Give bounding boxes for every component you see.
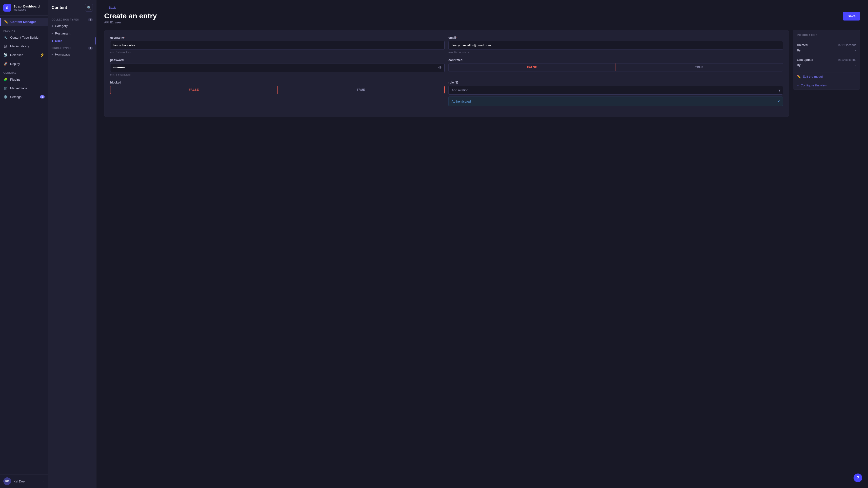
email-required-star: *: [457, 36, 458, 39]
edit-model-button[interactable]: ✏️ Edit the model: [793, 72, 860, 81]
page-header: Create an entry API ID: user Save: [104, 12, 860, 24]
collection-item-user[interactable]: User: [48, 37, 96, 45]
single-types-count: 1: [88, 47, 93, 50]
content-manager-icon: ✏️: [4, 20, 8, 24]
last-update-by-value: -: [855, 63, 856, 67]
main-area: ← Back Create an entry API ID: user Save…: [96, 0, 868, 488]
single-types-label: Single Types: [52, 47, 71, 50]
sidebar-item-media-library[interactable]: 🖼 Media Library: [0, 42, 48, 51]
collection-item-category[interactable]: Category: [48, 22, 96, 30]
sidebar-nav: ✏️ Content Manager Plugins 🔧 Content-Typ…: [0, 16, 48, 474]
blocked-group: blocked FALSE TRUE: [110, 81, 444, 106]
help-button[interactable]: ?: [854, 473, 862, 482]
marketplace-icon: 🛒: [3, 86, 8, 90]
single-types-header: Single Types 1: [48, 45, 96, 51]
collection-item-restaurant-wrapper: Restaurant: [48, 30, 96, 37]
info-card-header: Information: [793, 30, 860, 40]
configure-view-icon: ≡: [797, 84, 799, 87]
created-value: in 19 seconds: [838, 44, 856, 47]
form-layout: username* min. 3 characters email* min. …: [104, 30, 860, 117]
form-row-blocked-role: blocked FALSE TRUE role (1) Add relation: [110, 81, 783, 106]
app-name-block: Strapi Dashboard Workplace: [13, 5, 39, 11]
homepage-dot: [52, 54, 53, 55]
releases-badge: ⚡: [40, 53, 44, 57]
settings-icon: ⚙️: [3, 95, 8, 99]
page-title-block: Create an entry API ID: user: [104, 12, 157, 24]
email-hint: min. 6 characters: [448, 51, 783, 54]
authenticated-tag-label: Authenticated: [452, 100, 471, 103]
sidebar-item-releases[interactable]: 📡 Releases ⚡: [0, 51, 48, 59]
last-update-label: Last update: [797, 58, 813, 61]
app-name: Strapi Dashboard: [13, 5, 39, 8]
email-group: email* min. 6 characters: [448, 36, 783, 54]
content-type-builder-icon: 🔧: [3, 35, 8, 39]
confirmed-toggle-group: FALSE TRUE: [448, 63, 783, 71]
password-toggle-icon[interactable]: 👁: [438, 66, 442, 70]
app-workspace: Workplace: [13, 8, 39, 11]
collection-item-restaurant[interactable]: Restaurant: [48, 30, 96, 37]
info-divider-1: [797, 55, 856, 55]
general-section-label: General: [0, 68, 48, 75]
back-arrow-icon: ←: [104, 6, 107, 9]
role-select-wrapper: Add relation ▾: [448, 86, 783, 95]
authenticated-tag-close-button[interactable]: ×: [778, 99, 780, 104]
collection-types-header: Collection Types 3: [48, 16, 96, 22]
page-subtitle: API ID: user: [104, 21, 157, 24]
password-group: password 👁 min. 6 characters: [110, 58, 444, 76]
username-required-star: *: [124, 36, 126, 39]
sidebar-item-marketplace[interactable]: 🛒 Marketplace: [0, 84, 48, 92]
confirmed-true-button[interactable]: TRUE: [616, 63, 783, 71]
sidebar-footer: KD Kai Doe ‹: [0, 474, 48, 488]
single-item-homepage-wrapper: Homepage: [48, 51, 96, 58]
sidebar-item-settings[interactable]: ⚙️ Settings 1: [0, 92, 48, 101]
content-search-button[interactable]: 🔍: [85, 4, 93, 11]
role-group: role (1) Add relation ▾ Authenticated ×: [448, 81, 783, 106]
password-hint: min. 6 characters: [110, 73, 444, 76]
configure-view-button[interactable]: ≡ Configure the view: [793, 81, 860, 89]
blocked-false-button[interactable]: FALSE: [111, 86, 278, 94]
blocked-true-button[interactable]: TRUE: [278, 86, 444, 94]
media-library-icon: 🖼: [3, 44, 8, 48]
back-link[interactable]: ← Back: [104, 6, 860, 9]
user-avatar: KD: [3, 478, 11, 485]
collection-types-label: Collection Types: [52, 18, 79, 21]
main-content: ← Back Create an entry API ID: user Save…: [96, 0, 868, 488]
category-dot: [52, 25, 53, 27]
sidebar-item-plugins[interactable]: 🧩 Plugins: [0, 75, 48, 84]
user-name: Kai Doe: [13, 480, 41, 483]
created-by-row: By -: [797, 49, 856, 52]
username-input[interactable]: [110, 41, 444, 50]
last-update-row: Last update in 19 seconds: [797, 58, 856, 61]
email-input[interactable]: [448, 41, 783, 50]
sidebar-item-content-type-builder[interactable]: 🔧 Content-Type Builder: [0, 33, 48, 42]
password-input[interactable]: [110, 63, 444, 72]
created-row: Created in 19 seconds: [797, 44, 856, 47]
single-item-homepage[interactable]: Homepage: [48, 51, 96, 58]
password-label: password: [110, 58, 444, 62]
role-label: role (1): [448, 81, 783, 84]
collection-item-category-wrapper: Category: [48, 22, 96, 30]
username-hint: min. 3 characters: [110, 51, 444, 54]
created-label: Created: [797, 44, 808, 47]
form-card: username* min. 3 characters email* min. …: [104, 30, 789, 117]
deploy-icon: 🚀: [3, 61, 8, 66]
save-button[interactable]: Save: [843, 12, 860, 21]
created-by-label: By: [797, 49, 801, 52]
confirmed-false-button[interactable]: FALSE: [449, 63, 616, 71]
email-label: email*: [448, 36, 783, 39]
edit-model-icon: ✏️: [797, 75, 801, 79]
user-dot: [52, 40, 53, 42]
sidebar-item-content-manager[interactable]: ✏️ Content Manager: [0, 18, 48, 26]
created-by-value: -: [855, 49, 856, 52]
releases-icon: 📡: [3, 53, 8, 57]
form-row-username-email: username* min. 3 characters email* min. …: [110, 36, 783, 54]
plugins-icon: 🧩: [3, 77, 8, 82]
confirmed-group: confirmed FALSE TRUE: [448, 58, 783, 76]
content-panel: Content 🔍 Collection Types 3 Category Re…: [48, 0, 96, 488]
sidebar-collapse-button[interactable]: ‹: [43, 479, 44, 483]
role-select[interactable]: Add relation: [448, 86, 783, 95]
collection-types-count: 3: [88, 18, 93, 21]
info-card-body: Created in 19 seconds By - Last update i…: [793, 40, 860, 72]
sidebar-item-deploy[interactable]: 🚀 Deploy: [0, 59, 48, 68]
plugins-section-label: Plugins: [0, 26, 48, 33]
